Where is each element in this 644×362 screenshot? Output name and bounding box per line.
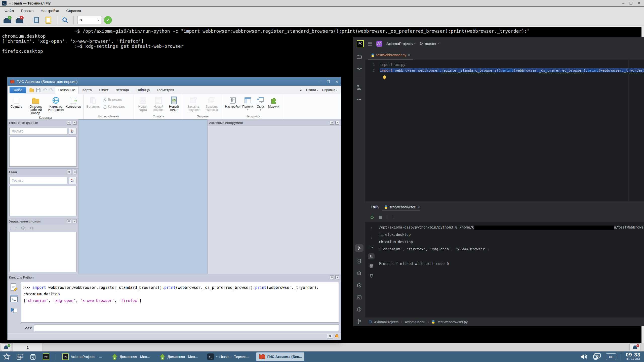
ribbon-new-report-button[interactable]: Новый отчет xyxy=(166,96,181,112)
taskbar-button-gis[interactable]: ГИС Аксиома (Бес... xyxy=(256,352,304,361)
terminal-menu-file[interactable]: Файл xyxy=(2,8,17,14)
breadcrumb-project[interactable]: AxiomaProjects xyxy=(374,320,398,324)
redo-button[interactable]: ↷ xyxy=(48,87,54,93)
python-packages-button[interactable] xyxy=(356,270,362,276)
ribbon-tab-report[interactable]: Отчет xyxy=(96,86,112,94)
python-console-input[interactable] xyxy=(34,324,339,331)
gis-minimize-button[interactable]: – xyxy=(319,80,321,84)
windows-filter-input[interactable] xyxy=(9,177,67,184)
editor-tab-testwebbrowser[interactable]: testWebbrowser.py ✕ xyxy=(368,51,413,60)
file-menu-button[interactable]: Файл xyxy=(10,87,26,93)
ribbon-tab-main[interactable]: Основные xyxy=(55,86,78,94)
run-options-button[interactable]: ⋮ xyxy=(391,215,395,219)
session-manager-button[interactable] xyxy=(29,352,37,361)
command-combobox[interactable]: ls ˅ xyxy=(77,16,101,24)
pycharm-launcher-button[interactable]: PC xyxy=(42,352,50,361)
float-panel-icon[interactable]: ⧉ xyxy=(67,219,71,223)
edit-script-button[interactable] xyxy=(10,283,18,291)
taskbar-button-pycharm[interactable]: PC AxiomaProjects – ... xyxy=(60,352,105,361)
ribbon-close-all-button[interactable]: Закрыть все окна xyxy=(203,96,221,112)
new-session-button[interactable]: + xyxy=(3,15,12,25)
project-toolwindow-button[interactable] xyxy=(356,54,362,59)
soft-wrap-button[interactable] xyxy=(368,244,375,250)
close-session-tab-button[interactable]: × xyxy=(629,343,640,351)
ribbon-tab-legend[interactable]: Легенда xyxy=(112,86,132,94)
move-layer-down-button[interactable]: ↓ xyxy=(9,225,11,231)
breadcrumb-file[interactable]: testWebbrowser.py xyxy=(438,320,468,324)
run-toolwindow-button[interactable] xyxy=(355,244,364,252)
gis-maximize-button[interactable]: ❒ xyxy=(327,80,330,84)
ribbon-copy-button[interactable]: Копировать xyxy=(102,104,126,109)
ribbon-tab-map[interactable]: Карта xyxy=(79,86,95,94)
ribbon-panels-button[interactable]: Панели▾ xyxy=(242,96,254,111)
display-settings-button[interactable] xyxy=(593,352,601,361)
close-panel-icon[interactable]: ✕ xyxy=(335,121,339,125)
problems-toolwindow-button[interactable] xyxy=(356,307,362,312)
ribbon-tab-table[interactable]: Таблица xyxy=(133,86,153,94)
notification-count[interactable]: 0 xyxy=(327,334,333,339)
taskbar-button-terminal[interactable]: >_ ~ : bash — Термин... xyxy=(205,352,252,361)
taskbar-button-files-2[interactable]: Домашняя - Мен... xyxy=(157,352,200,361)
move-layer-up-button[interactable]: ↑ xyxy=(15,225,17,231)
breadcrumb-folder[interactable]: AxiomaMenu xyxy=(405,320,425,324)
commit-toolwindow-button[interactable] xyxy=(356,66,362,71)
add-layer-button[interactable] xyxy=(21,226,26,231)
paste-button[interactable] xyxy=(44,15,53,25)
services-toolwindow-button[interactable] xyxy=(356,283,362,288)
console-mode-button[interactable] xyxy=(10,295,18,302)
up-stacktrace-button[interactable]: ↑ xyxy=(368,225,375,231)
run-command-button[interactable]: ✓ xyxy=(104,16,112,24)
collapse-ribbon-button[interactable]: ▲ xyxy=(300,88,302,91)
ribbon-windows-button[interactable]: Окна▾ xyxy=(255,96,266,111)
ribbon-cut-button[interactable]: Вырезать xyxy=(102,97,126,102)
bell-icon[interactable] xyxy=(335,334,339,339)
main-menu-button[interactable] xyxy=(368,42,372,46)
down-stacktrace-button[interactable]: ↓ xyxy=(368,234,375,240)
map-area[interactable] xyxy=(78,119,208,274)
structure-toolwindow-button[interactable] xyxy=(356,85,362,90)
float-panel-icon[interactable]: ⧉ xyxy=(330,275,334,279)
session-tab-1[interactable]: 1 xyxy=(13,343,43,351)
close-panel-icon[interactable]: ✕ xyxy=(335,275,339,279)
ribbon-paste-button[interactable]: Вставить xyxy=(85,96,101,109)
search-button[interactable] xyxy=(60,15,70,25)
ribbon-new-map-button[interactable]: Новая карта xyxy=(135,96,150,112)
add-session-button[interactable]: + xyxy=(1,343,11,351)
branch-selector[interactable]: master˅ xyxy=(420,41,439,46)
close-panel-icon[interactable]: ✕ xyxy=(73,170,77,174)
terminal-minimize-button[interactable]: – xyxy=(622,1,624,5)
project-selector[interactable]: AxiomaProjects˅ xyxy=(386,41,416,46)
close-panel-icon[interactable]: ✕ xyxy=(73,121,77,125)
layers-list[interactable] xyxy=(9,232,76,272)
float-panel-icon[interactable]: ⧉ xyxy=(67,170,71,174)
float-panel-icon[interactable]: ⧉ xyxy=(330,121,334,125)
edit-layer-button[interactable] xyxy=(29,226,34,231)
save-quick-button[interactable] xyxy=(35,87,41,93)
terminal-toolwindow-button[interactable] xyxy=(356,295,362,300)
print-button[interactable] xyxy=(368,263,375,269)
ribbon-tab-geometry[interactable]: Геометрия xyxy=(153,86,177,94)
ribbon-new-list-button[interactable]: Новый список xyxy=(151,96,166,112)
copy-button[interactable] xyxy=(31,15,41,25)
run-tab-testwebbrowser[interactable]: testWebbrowser ✕ xyxy=(383,202,421,212)
stop-button[interactable] xyxy=(378,215,383,219)
open-data-list[interactable] xyxy=(9,137,76,167)
sort-button[interactable]: AB↓ xyxy=(69,177,76,184)
rerun-button[interactable] xyxy=(370,215,374,219)
float-panel-icon[interactable]: ⧉ xyxy=(67,121,71,125)
ribbon-modules-button[interactable]: Модули xyxy=(267,96,281,109)
ribbon-open-workset-button[interactable]: Открыть рабочий набор xyxy=(24,96,47,115)
python-console-output[interactable]: >>> import webbrowser;webbrowser.registe… xyxy=(21,282,339,323)
keyboard-layout-indicator[interactable]: en xyxy=(606,353,616,360)
terminal-maximize-button[interactable]: ❐ xyxy=(629,1,633,5)
code-editor[interactable]: 1 import axipy 2 import webbrowser;webbr… xyxy=(365,60,644,201)
run-console[interactable]: ↑ ↓ /opt/axioma-gis5/python/bin/python3.… xyxy=(365,222,644,317)
ribbon-create-button[interactable]: Создать xyxy=(9,96,24,109)
start-menu-button[interactable] xyxy=(3,352,11,361)
clock[interactable]: 09:33 ПТ, 11 ОКТ xyxy=(626,352,641,361)
sort-button[interactable]: AB↓ xyxy=(69,128,76,135)
ribbon-converter-button[interactable]: Конвертер xyxy=(65,96,82,109)
close-tab-icon[interactable]: ✕ xyxy=(408,53,411,57)
gis-close-button[interactable]: ✕ xyxy=(335,80,338,84)
styles-menu-button[interactable]: Стили ▾ xyxy=(306,88,318,92)
